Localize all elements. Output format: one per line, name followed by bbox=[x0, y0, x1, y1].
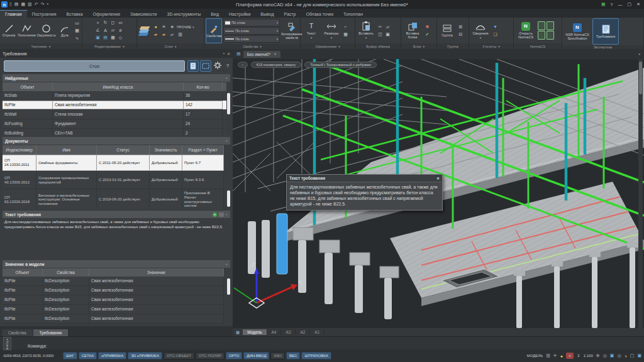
table-row[interactable]: IfcPileIfcDescriptionСвая железобетонная bbox=[3, 314, 224, 324]
group-caption-normacs[interactable]: NormaCS bbox=[514, 43, 562, 49]
stop-button[interactable]: Стоп bbox=[4, 60, 185, 72]
ungroup-icon[interactable]: ⊞ bbox=[457, 23, 464, 30]
ribbon-tab-3dtools[interactable]: 3D-инструменты bbox=[162, 11, 206, 18]
section-model-values[interactable]: Значение в модели − bbox=[3, 260, 230, 268]
move-icon[interactable]: + bbox=[94, 19, 101, 26]
tooltip-close-icon[interactable]: ✕ bbox=[436, 176, 440, 180]
tab-a1[interactable]: A1 bbox=[310, 329, 325, 335]
normacs-search-icon[interactable] bbox=[547, 21, 554, 30]
clean-screen-icon[interactable]: ▢ bbox=[630, 353, 635, 358]
properties-button[interactable]: Свойства bbox=[206, 18, 222, 43]
table-row[interactable]: IfcPileIfcDescriptionСвая железобетонная bbox=[3, 305, 224, 314]
pan-icon[interactable]: ⊕ bbox=[596, 353, 600, 358]
zoom-icon[interactable]: ◎ bbox=[603, 353, 607, 358]
table-row[interactable]: IfcPileIfcDescriptionСвая железобетонная bbox=[3, 277, 224, 286]
hatch-tool-icon[interactable]: ▦ bbox=[74, 27, 80, 34]
group-edit-icon[interactable]: ⊟ bbox=[457, 31, 464, 38]
dimensions-button[interactable]: Размеры▾ bbox=[322, 21, 341, 40]
ribbon-tab-insert[interactable]: Вставка bbox=[62, 11, 88, 18]
toggle-ortho[interactable]: ОРТО bbox=[226, 352, 242, 359]
layer-walk-icon[interactable]: ▰ bbox=[160, 31, 167, 38]
requirements-button[interactable]: Требования bbox=[592, 18, 619, 45]
collapse-icon[interactable]: − bbox=[226, 262, 228, 266]
text-button[interactable]: T Текст▾ bbox=[302, 21, 321, 40]
section-found[interactable]: Найденные − bbox=[3, 74, 230, 82]
ribbon-tab-annotate[interactable]: Оформление bbox=[88, 11, 125, 18]
table-row[interactable]: IfcPileIfcDescriptionСвая железобетонная bbox=[3, 286, 224, 295]
toggle-grid[interactable]: СЕТКА bbox=[79, 352, 97, 359]
layers-icon[interactable] bbox=[138, 26, 151, 36]
table-row-selected[interactable]: СП 24.13330.2011 Свайные фундаменты С 20… bbox=[3, 155, 224, 172]
toggle-iso[interactable]: ИЗО bbox=[270, 352, 285, 359]
ribbon-tab-settings[interactable]: Настройки bbox=[224, 11, 255, 18]
layer-iso-icon[interactable]: ▱ bbox=[169, 31, 175, 38]
normacs-link-icon[interactable] bbox=[547, 31, 554, 40]
spline-tool-icon[interactable]: ∿ bbox=[74, 35, 80, 41]
toggle-lineweight[interactable]: ВЕС bbox=[286, 352, 300, 359]
section-documents[interactable]: Документы − bbox=[3, 137, 230, 145]
group-button[interactable]: Группа bbox=[438, 23, 456, 38]
bulb-icon[interactable]: ● bbox=[560, 354, 563, 358]
document-tab[interactable]: Без имени0* ✕ bbox=[243, 51, 280, 58]
arc-button[interactable]: Дуга bbox=[57, 23, 72, 38]
grid-array-icon[interactable]: ▦ bbox=[109, 35, 116, 41]
table-row[interactable]: IfcWallСтена плоская17 bbox=[3, 110, 226, 119]
panel-close-icon[interactable]: ✕ bbox=[227, 52, 230, 56]
section-requirement-text[interactable]: Текст требования + − bbox=[3, 211, 230, 218]
polyline-button[interactable]: Полилиния bbox=[18, 23, 36, 38]
ribbon-tab-pointclouds[interactable]: Облака точек bbox=[301, 11, 338, 18]
layer-filter-dropdown[interactable]: ПРОЧИЕ bbox=[177, 25, 191, 29]
color-by-layer-dropdown[interactable]: По слою▾ bbox=[223, 19, 280, 26]
group-caption-editing[interactable]: Редактирование▾ bbox=[82, 43, 136, 49]
array-icon[interactable]: ▤ bbox=[102, 35, 109, 41]
ribbon-tab-constraints[interactable]: Зависимости bbox=[125, 11, 162, 18]
info-button[interactable]: Сведения▾ bbox=[470, 21, 491, 40]
viewport-menu-icon[interactable]: − bbox=[238, 62, 248, 68]
report-icon[interactable] bbox=[187, 60, 199, 72]
zoom-window-icon[interactable]: ◎ bbox=[617, 353, 621, 358]
viewport-lock-icon[interactable]: ▣ bbox=[610, 353, 614, 358]
text-edit-icon[interactable]: A bbox=[102, 27, 109, 34]
print-icon[interactable]: ▥ bbox=[28, 2, 32, 7]
maximize-button[interactable]: ▢ bbox=[628, 2, 632, 7]
layer-merge-icon[interactable]: ▥ bbox=[177, 31, 184, 38]
collapse-icon[interactable]: − bbox=[226, 76, 228, 80]
toggle-polar[interactable]: ОТС-ПОЛЯР bbox=[196, 352, 225, 359]
group-caption-annotation[interactable]: Оформление▾ bbox=[301, 43, 355, 49]
toggle-snap[interactable]: ШАГ bbox=[63, 352, 77, 359]
qat-dropdown-icon[interactable]: ▾ bbox=[47, 2, 48, 7]
toggle-otrack[interactable]: ОТС-ОБЪЕКТ bbox=[164, 352, 194, 359]
undo-icon[interactable]: ↶ bbox=[35, 2, 38, 7]
collapse-icon[interactable]: − bbox=[226, 212, 228, 216]
layout-icon[interactable]: ▥ bbox=[546, 353, 550, 358]
new-file-icon[interactable]: ▯ bbox=[9, 2, 12, 7]
add-requirement-icon[interactable]: + bbox=[213, 212, 217, 217]
group-caption-utils[interactable]: Утилиты▾ bbox=[469, 43, 513, 49]
leader-icon[interactable]: ⌐ bbox=[342, 23, 349, 30]
select-region-icon[interactable] bbox=[200, 60, 211, 72]
toggle-osnap[interactable]: оПРИВЯЗКА bbox=[98, 352, 126, 359]
group-caption-block[interactable]: Блок▾ bbox=[401, 43, 436, 49]
table-row[interactable]: IfcSlabПлита перекрытия36 bbox=[3, 91, 226, 101]
table-icon[interactable]: ▦ bbox=[342, 31, 349, 38]
save-file-icon[interactable]: ▦ bbox=[21, 2, 25, 7]
table-row[interactable]: IfcFootingФундамент24 bbox=[3, 119, 226, 129]
documents-scrollbar[interactable] bbox=[227, 190, 230, 207]
linetype-by-layer-dropdown[interactable]: По слою▾ bbox=[223, 27, 280, 35]
layer-state-icon[interactable]: ▰ bbox=[152, 31, 159, 38]
layer-freeze-icon[interactable]: ☀ bbox=[160, 23, 167, 30]
lock-ui-icon[interactable]: ✕ bbox=[566, 353, 574, 359]
ribbon-tab-raster[interactable]: Растр bbox=[279, 11, 301, 18]
erase-icon[interactable]: ▭ bbox=[117, 19, 124, 26]
toggle-dyninput[interactable]: ДИН-ВВОД bbox=[243, 352, 269, 359]
view-control[interactable]: ЮЗ изометрия, сверху bbox=[251, 62, 302, 68]
insert-block-button[interactable]: Вставка блока bbox=[402, 21, 423, 40]
gear-icon[interactable] bbox=[213, 60, 223, 70]
mirror-icon[interactable]: ▱ bbox=[109, 27, 116, 34]
group-caption-layers[interactable]: Слои▾ bbox=[137, 43, 204, 49]
close-button[interactable]: ✕ bbox=[636, 2, 640, 7]
tab-a4[interactable]: A4 bbox=[267, 329, 282, 335]
rotate-icon[interactable]: ↻ bbox=[102, 19, 109, 26]
isolate-objects-icon[interactable]: ◑ bbox=[625, 354, 627, 358]
block-delete-icon[interactable]: ✖ bbox=[424, 23, 431, 30]
